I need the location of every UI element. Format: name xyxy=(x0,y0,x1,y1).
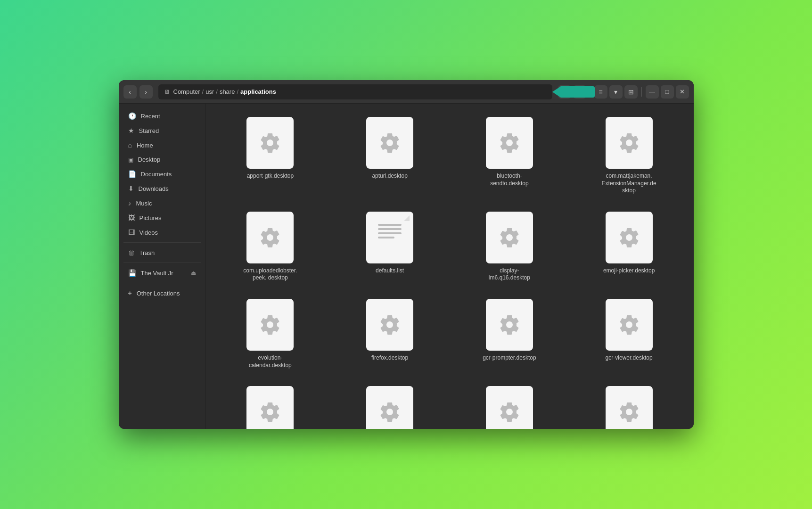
gear-icon xyxy=(378,131,401,154)
sidebar-item-pictures[interactable]: 🖼 Pictures xyxy=(122,211,203,225)
file-name: evolution-calendar.desktop xyxy=(242,354,298,369)
file-icon-wrap xyxy=(366,117,413,169)
sidebar-item-other-locations[interactable]: + Other Locations xyxy=(122,286,203,300)
sidebar-label-home: Home xyxy=(137,142,153,149)
file-item[interactable]: defaults.list xyxy=(335,208,445,286)
sidebar-label-trash: Trash xyxy=(139,249,155,256)
sidebar-item-recent[interactable]: 🕐 Recent xyxy=(122,109,203,123)
file-name: com.uploadedlobster.peek. desktop xyxy=(242,267,298,282)
file-icon-wrap xyxy=(486,299,533,351)
gear-icon xyxy=(259,313,281,336)
computer-icon: 🖥 xyxy=(164,89,170,95)
file-icon-wrap xyxy=(246,212,294,263)
gear-icon xyxy=(498,226,521,249)
gear-icon xyxy=(259,131,281,154)
sidebar-label-vault: The Vault Jr xyxy=(141,270,173,277)
starred-icon: ★ xyxy=(128,127,134,134)
sidebar-item-trash[interactable]: 🗑 Trash xyxy=(122,246,203,260)
back-button[interactable]: ‹ xyxy=(123,85,137,99)
sidebar-item-music[interactable]: ♪ Music xyxy=(122,196,203,210)
arrow-body xyxy=(561,86,595,98)
vault-drive-left: 💾 The Vault Jr xyxy=(128,269,173,277)
file-item[interactable]: gkbd-keyboard-display. desktop xyxy=(335,382,445,429)
doc-lines xyxy=(378,224,402,238)
breadcrumb-usr[interactable]: usr xyxy=(205,88,214,95)
file-item[interactable]: apturl.desktop xyxy=(335,113,445,198)
file-icon-wrap xyxy=(486,212,533,263)
sidebar-item-desktop[interactable]: ▣ Desktop xyxy=(122,153,203,166)
other-locations-icon: + xyxy=(128,289,132,297)
file-icon-wrap xyxy=(486,386,533,429)
file-icon-wrap xyxy=(606,212,653,263)
file-item[interactable]: gnome-applications-panel. desktop xyxy=(454,382,565,429)
file-icon-wrap xyxy=(366,299,413,351)
sidebar-divider-3 xyxy=(123,283,201,283)
sidebar-label-starred: Starred xyxy=(139,127,159,134)
breadcrumb-computer[interactable]: Computer xyxy=(173,88,200,95)
gear-icon xyxy=(498,313,521,336)
list-chevron-button[interactable]: ▾ xyxy=(609,85,623,99)
vault-icon: 💾 xyxy=(128,269,136,277)
file-icon-wrap xyxy=(606,117,653,169)
sidebar-item-downloads[interactable]: ⬇ Downloads xyxy=(122,181,203,196)
file-icon-wrap xyxy=(606,386,653,429)
downloads-icon: ⬇ xyxy=(128,185,134,192)
file-item[interactable]: gnome-background-panel. desktop xyxy=(574,382,684,429)
maximize-button[interactable]: □ xyxy=(661,85,674,99)
breadcrumb-applications[interactable]: applications xyxy=(240,88,276,95)
forward-button[interactable]: › xyxy=(139,85,153,99)
sidebar-item-documents[interactable]: 📄 Documents xyxy=(122,167,203,181)
main-area: 🕐 Recent ★ Starred ⌂ Home ▣ Desktop 📄 Do… xyxy=(119,104,694,429)
sidebar-label-other-locations: Other Locations xyxy=(137,290,180,297)
close-button[interactable]: ✕ xyxy=(676,85,689,99)
file-name: com.mattjakeman. ExtensionManager.deskto… xyxy=(601,172,657,195)
file-item[interactable]: evolution-calendar.desktop xyxy=(215,295,326,373)
file-item[interactable]: firefox.desktop xyxy=(335,295,445,373)
file-grid: apport-gtk.desktop apturl.desktop blueto… xyxy=(215,113,684,429)
file-item[interactable]: com.mattjakeman. ExtensionManager.deskto… xyxy=(574,113,684,198)
gear-icon xyxy=(618,313,640,336)
sidebar-item-vault[interactable]: 💾 The Vault Jr ⏏ xyxy=(122,266,203,280)
file-name: defaults.list xyxy=(376,267,404,275)
file-item[interactable]: gcr-prompter.desktop xyxy=(454,295,565,373)
home-icon: ⌂ xyxy=(128,141,132,149)
gear-icon xyxy=(378,401,401,423)
file-item[interactable]: bluetooth-sendto.desktop xyxy=(454,113,565,198)
file-name: display-im6.q16.desktop xyxy=(481,267,538,282)
breadcrumb-share[interactable]: share xyxy=(220,88,235,95)
sidebar-item-videos[interactable]: 🎞 Videos xyxy=(122,225,203,239)
file-item[interactable]: apport-gtk.desktop xyxy=(215,113,326,198)
recent-icon: 🕐 xyxy=(128,112,136,120)
list-view-button[interactable]: ≡ xyxy=(594,85,607,99)
gear-icon xyxy=(498,131,521,154)
minimize-button[interactable]: — xyxy=(646,85,659,99)
sidebar-label-documents: Documents xyxy=(141,171,172,178)
gear-icon xyxy=(498,401,521,423)
sidebar-label-desktop: Desktop xyxy=(138,156,161,163)
file-item[interactable]: display-im6.q16.desktop xyxy=(454,208,565,286)
eject-button[interactable]: ⏏ xyxy=(191,270,196,276)
gear-icon xyxy=(259,401,281,423)
pictures-icon: 🖼 xyxy=(128,214,135,222)
breadcrumb-bar: 🖥 Computer / usr / share / applications xyxy=(158,84,552,99)
sidebar-label-recent: Recent xyxy=(141,113,160,120)
file-item[interactable]: gcr-viewer.desktop xyxy=(574,295,684,373)
sidebar-item-starred[interactable]: ★ Starred xyxy=(122,123,203,138)
music-icon: ♪ xyxy=(128,199,131,207)
file-item[interactable]: geoclue-demo-agent. desktop xyxy=(215,382,326,429)
file-name: apturl.desktop xyxy=(372,172,407,180)
toolbar: ‹ › 🖥 Computer / usr / share / applicati… xyxy=(119,80,694,104)
gear-icon xyxy=(618,401,640,423)
sidebar-label-downloads: Downloads xyxy=(139,185,169,192)
sidebar-item-home[interactable]: ⌂ Home xyxy=(122,138,203,152)
file-name: emoji-picker.desktop xyxy=(603,267,655,275)
grid-view-button[interactable]: ⊞ xyxy=(624,85,638,99)
videos-icon: 🎞 xyxy=(128,229,135,236)
file-name: bluetooth-sendto.desktop xyxy=(481,172,538,187)
trash-icon: 🗑 xyxy=(128,249,135,256)
file-item[interactable]: emoji-picker.desktop xyxy=(574,208,684,286)
file-item[interactable]: com.uploadedlobster.peek. desktop xyxy=(215,208,326,286)
gear-icon xyxy=(618,226,640,249)
sidebar-divider-2 xyxy=(123,263,201,263)
file-name: gcr-viewer.desktop xyxy=(606,354,653,362)
